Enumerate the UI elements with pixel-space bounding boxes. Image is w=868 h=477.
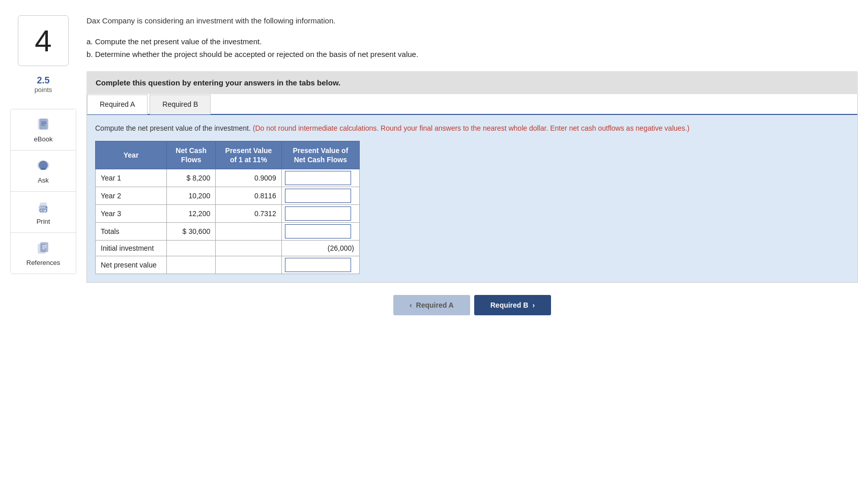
sidebar-item-print[interactable]: Print bbox=[11, 192, 76, 233]
year-3-cashflow: 12,200 bbox=[167, 204, 216, 222]
table-row-totals: Totals $30,600 bbox=[96, 222, 360, 240]
prev-button[interactable]: ‹ Required A bbox=[393, 295, 470, 315]
col-header-cash-flows: Net CashFlows bbox=[167, 141, 216, 169]
tabs-container: Required A Required B Compute the net pr… bbox=[86, 94, 858, 283]
sidebar-actions: eBook Ask bbox=[10, 109, 76, 274]
main-content: Dax Company is considering an investment… bbox=[86, 15, 858, 315]
table-row: Year 3 12,200 0.7312 bbox=[96, 204, 360, 222]
col-header-pv-flows: Present Value ofNet Cash Flows bbox=[281, 141, 359, 169]
year-1-cashflow: $8,200 bbox=[167, 169, 216, 187]
year-1-pv-factor: 0.9009 bbox=[216, 169, 281, 187]
points-label: points bbox=[35, 86, 52, 94]
question-number-box: 4 bbox=[18, 15, 69, 66]
complete-banner: Complete this question by entering your … bbox=[86, 71, 858, 94]
svg-rect-1 bbox=[40, 119, 48, 129]
tab-a-content: Compute the net present value of the inv… bbox=[87, 115, 857, 282]
year-1-pv-input-cell bbox=[281, 169, 359, 187]
totals-pv-input[interactable] bbox=[285, 224, 351, 238]
next-button[interactable]: Required B › bbox=[474, 295, 551, 315]
references-label: References bbox=[26, 259, 60, 266]
next-label: Required B bbox=[490, 301, 529, 309]
prev-label: Required A bbox=[416, 301, 454, 309]
book-icon bbox=[35, 116, 51, 133]
totals-pv-factor bbox=[216, 222, 281, 240]
sidebar-item-ebook[interactable]: eBook bbox=[11, 109, 76, 151]
year-1-label: Year 1 bbox=[96, 169, 167, 187]
initial-investment-pv-factor bbox=[216, 240, 281, 256]
points-section: 2.5 points bbox=[35, 75, 52, 94]
npv-table: Year Net CashFlows Present Valueof 1 at … bbox=[95, 141, 360, 274]
year-2-cashflow: 10,200 bbox=[167, 187, 216, 204]
year-2-pv-input[interactable] bbox=[285, 189, 351, 203]
table-row-npv: Net present value bbox=[96, 256, 360, 274]
svg-point-6 bbox=[39, 161, 48, 170]
instruction-red: (Do not round intermediate calculations.… bbox=[253, 124, 689, 132]
year-3-pv-factor: 0.7312 bbox=[216, 204, 281, 222]
year-2-pv-input-cell bbox=[281, 187, 359, 204]
totals-label: Totals bbox=[96, 222, 167, 240]
npv-cashflow bbox=[167, 256, 216, 274]
sidebar-item-references[interactable]: References bbox=[11, 233, 76, 274]
chat-icon bbox=[35, 158, 51, 174]
points-value: 2.5 bbox=[35, 75, 52, 86]
print-icon bbox=[35, 199, 51, 215]
year-2-label: Year 2 bbox=[96, 187, 167, 204]
npv-pv-factor bbox=[216, 256, 281, 274]
prev-arrow: ‹ bbox=[410, 301, 412, 309]
sidebar-item-ask[interactable]: Ask bbox=[11, 151, 76, 192]
npv-label: Net present value bbox=[96, 256, 167, 274]
initial-investment-cashflow bbox=[167, 240, 216, 256]
npv-input-cell bbox=[281, 256, 359, 274]
year-3-pv-input-cell bbox=[281, 204, 359, 222]
year-3-pv-input[interactable] bbox=[285, 206, 351, 221]
initial-investment-value: (26,000) bbox=[281, 240, 359, 256]
year-1-pv-input[interactable] bbox=[285, 171, 351, 185]
sidebar: 4 2.5 points eBook bbox=[10, 15, 76, 315]
totals-cashflow: $30,600 bbox=[167, 222, 216, 240]
copy-icon bbox=[35, 240, 51, 256]
svg-rect-9 bbox=[40, 209, 46, 212]
part-a-text: a. Compute the net present value of the … bbox=[86, 35, 858, 48]
svg-rect-8 bbox=[40, 203, 46, 207]
ask-label: Ask bbox=[38, 176, 49, 184]
year-3-label: Year 3 bbox=[96, 204, 167, 222]
tabs-row: Required A Required B bbox=[87, 94, 857, 115]
col-header-year: Year bbox=[96, 141, 167, 169]
question-number: 4 bbox=[35, 23, 51, 58]
col-header-pv-factor: Present Valueof 1 at 11% bbox=[216, 141, 281, 169]
instruction-text: Compute the net present value of the inv… bbox=[95, 123, 849, 134]
year-2-pv-factor: 0.8116 bbox=[216, 187, 281, 204]
part-b-text: b. Determine whether the project should … bbox=[86, 48, 858, 61]
print-label: Print bbox=[37, 218, 50, 225]
table-row: Year 1 $8,200 0.9009 bbox=[96, 169, 360, 187]
ebook-label: eBook bbox=[34, 135, 53, 143]
svg-point-12 bbox=[46, 207, 47, 208]
nav-buttons-row: ‹ Required A Required B › bbox=[86, 295, 858, 315]
question-intro: Dax Company is considering an investment… bbox=[86, 15, 858, 27]
tab-required-a[interactable]: Required A bbox=[87, 95, 148, 114]
npv-input[interactable] bbox=[285, 258, 351, 272]
tab-required-b[interactable]: Required B bbox=[150, 95, 211, 114]
totals-pv-cell bbox=[281, 222, 359, 240]
question-parts: a. Compute the net present value of the … bbox=[86, 35, 858, 61]
next-arrow: › bbox=[532, 301, 535, 309]
table-row-initial-investment: Initial investment (26,000) bbox=[96, 240, 360, 256]
table-row: Year 2 10,200 0.8116 bbox=[96, 187, 360, 204]
initial-investment-label: Initial investment bbox=[96, 240, 167, 256]
